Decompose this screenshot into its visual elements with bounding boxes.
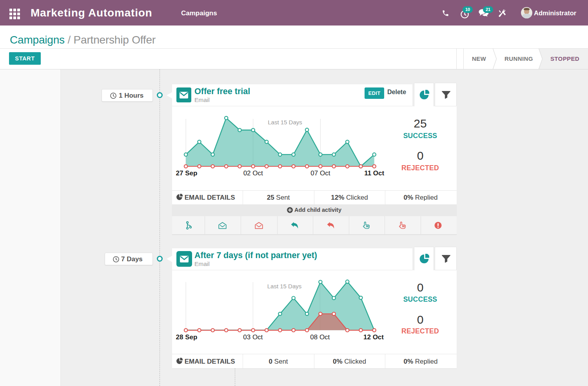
svg-text:27 Sep: 27 Sep [176,169,198,177]
svg-text:28 Sep: 28 Sep [176,333,198,341]
svg-text:12 Oct: 12 Oct [363,333,384,341]
svg-text:Last 15 Days: Last 15 Days [267,283,302,290]
svg-text:Last 15 Days: Last 15 Days [268,119,302,126]
svg-text:02 Oct: 02 Oct [243,169,263,177]
svg-text:11 Oct: 11 Oct [364,169,384,177]
svg-text:03 Oct: 03 Oct [243,333,263,341]
svg-text:07 Oct: 07 Oct [310,169,330,177]
svg-text:08 Oct: 08 Oct [310,333,330,341]
